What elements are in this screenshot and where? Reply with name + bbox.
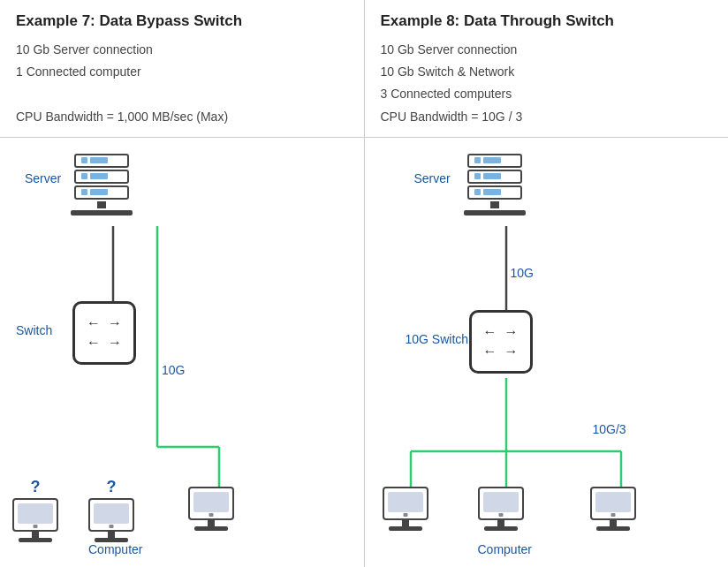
panel1-server	[71, 154, 133, 215]
panel2-computer-label: Computer	[478, 542, 532, 556]
panel2-computer3	[590, 487, 636, 531]
panel2-server-label: Server	[414, 171, 451, 185]
panel1-server-label: Server	[25, 171, 61, 185]
switch-icon-2: ← → ← →	[469, 310, 533, 374]
computer-icon-2b	[478, 487, 524, 531]
arrow-right-4: →	[504, 344, 519, 359]
panel1-switch-label: Switch	[16, 323, 52, 337]
spec1-line2: 1 Connected computer	[16, 61, 348, 83]
panel1-diagram: Server ← → ← → Switch 10G	[0, 138, 364, 567]
panel2-header: Example 8: Data Through Switch 10 Gb Ser…	[365, 0, 729, 138]
panel2-computer1	[383, 487, 428, 531]
computer-icon-2a	[383, 487, 428, 531]
panel2-computer2	[478, 487, 524, 531]
panel2-switch-label: 10G Switch	[406, 332, 469, 346]
spec2-line1: 10 Gb Server connection	[381, 39, 713, 61]
panel1-q1: ?	[12, 478, 58, 496]
server-icon-1	[71, 154, 133, 215]
switch-arrows-top-2: ← →	[483, 324, 519, 340]
computer-icon-1a	[12, 498, 58, 542]
computer-icon-2c	[590, 487, 636, 531]
spec1-line3	[16, 83, 348, 105]
panel1-computer-label: Computer	[88, 542, 142, 556]
arrow-left-3: ←	[483, 324, 497, 340]
panel1-header: Example 7: Data Bypass Switch 10 Gb Serv…	[0, 0, 364, 138]
panel2-server	[464, 154, 526, 215]
panel1-computer1: ?	[12, 478, 58, 542]
panel-through: Example 8: Data Through Switch 10 Gb Ser…	[365, 0, 729, 567]
arrow-left-1: ←	[87, 315, 101, 331]
spec1-line4: CPU Bandwidth = 1,000 MB/sec (Max)	[16, 106, 348, 128]
arrow-left-2: ←	[87, 335, 101, 351]
panel1-computer2: ?	[88, 478, 134, 542]
panel2-diagram: Server 10G ← → ← → 10G Switch 10G/	[365, 138, 729, 567]
spec2-line4: CPU Bandwidth = 10G / 3	[381, 106, 713, 128]
spec2-line2: 10 Gb Switch & Network	[381, 61, 713, 83]
panel1-computer3	[188, 487, 234, 531]
spec1-line1: 10 Gb Server connection	[16, 39, 348, 61]
panel2-title: Example 8: Data Through Switch	[381, 12, 713, 30]
computer-icon-1c	[188, 487, 234, 531]
panel2-specs: 10 Gb Server connection 10 Gb Switch & N…	[381, 39, 713, 128]
switch-arrows-bottom-2: ← →	[483, 344, 519, 359]
switch-arrows-top: ← →	[87, 315, 122, 331]
spec2-line3: 3 Connected computers	[381, 83, 713, 105]
panel1-switch: ← → ← →	[72, 301, 136, 365]
panel1-bandwidth-label: 10G	[162, 363, 185, 377]
switch-arrows-bottom: ← →	[87, 335, 122, 351]
panel1-title: Example 7: Data Bypass Switch	[16, 12, 348, 30]
panel2-bandwidth-bottom: 10G/3	[593, 422, 626, 436]
arrow-right-3: →	[504, 324, 519, 340]
server-icon-2	[464, 154, 526, 215]
panel1-q2: ?	[88, 478, 134, 496]
main-container: Example 7: Data Bypass Switch 10 Gb Serv…	[0, 0, 728, 567]
panel1-specs: 10 Gb Server connection 1 Connected comp…	[16, 39, 348, 128]
arrow-right-1: →	[108, 315, 122, 331]
computer-icon-1b	[88, 498, 134, 542]
arrow-left-4: ←	[483, 344, 497, 359]
arrow-right-2: →	[108, 335, 122, 351]
panel-bypass: Example 7: Data Bypass Switch 10 Gb Serv…	[0, 0, 365, 567]
panel2-bandwidth-top: 10G	[511, 266, 534, 280]
panel2-switch: ← → ← →	[469, 310, 533, 374]
switch-icon-1: ← → ← →	[72, 301, 136, 365]
